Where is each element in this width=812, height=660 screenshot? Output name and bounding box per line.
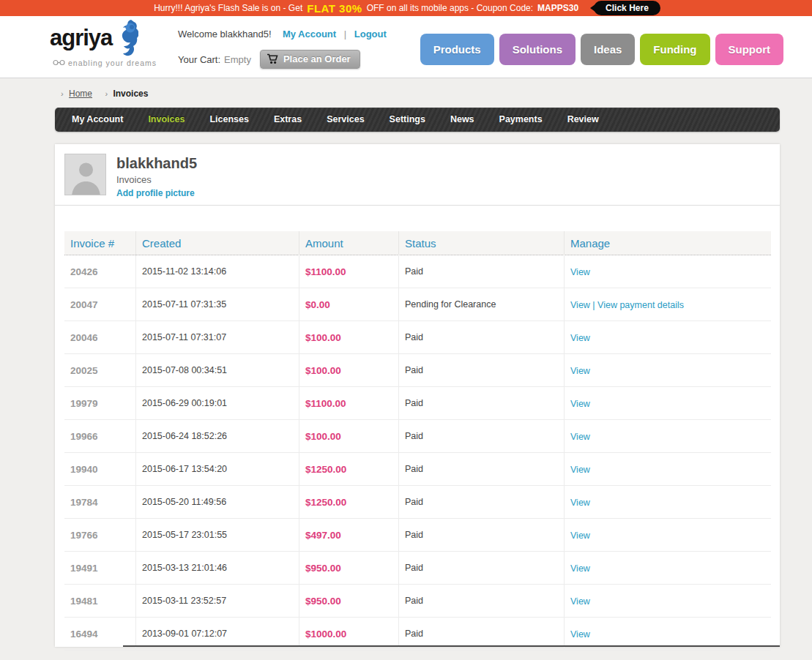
banner-coupon-code: MAPPS30: [537, 3, 578, 13]
view-link[interactable]: View: [570, 563, 590, 574]
created-date: 2015-06-29 00:19:01: [136, 387, 299, 420]
amount: $950.00: [299, 552, 399, 585]
nav-button-solutions[interactable]: Solutions: [499, 34, 576, 65]
invoice-number: 19491: [64, 552, 136, 585]
created-date: 2015-06-24 18:52:26: [136, 420, 299, 453]
nav-button-support[interactable]: Support: [715, 34, 784, 65]
amount: $497.00: [299, 519, 399, 552]
table-row: 197662015-05-17 23:01:55$497.00PaidView: [64, 519, 771, 552]
banner-highlight: FLAT 30%: [307, 2, 362, 15]
status: Paid: [399, 354, 565, 387]
status: Paid: [399, 321, 565, 354]
content-card: blakkhand5 Invoices Add profile picture …: [55, 144, 780, 647]
header-nav-buttons: ProductsSolutionsIdeasFundingSupport: [420, 34, 783, 65]
view-link[interactable]: View: [570, 629, 590, 640]
view-link[interactable]: View: [570, 498, 590, 508]
view-link[interactable]: View: [570, 596, 590, 607]
manage-cell: View: [565, 430, 771, 443]
nav-button-funding[interactable]: Funding: [640, 34, 709, 65]
created-date: 2015-07-11 07:31:35: [136, 288, 299, 321]
manage-cell: View: [565, 331, 771, 344]
invoice-number: 20025: [64, 354, 136, 387]
manage-cell: View: [565, 528, 771, 541]
status: Paid: [399, 486, 565, 519]
breadcrumb-home-link[interactable]: Home: [69, 89, 92, 99]
tab-review[interactable]: Review: [555, 108, 611, 132]
genie-icon: [113, 19, 138, 60]
breadcrumb: › Home › Invoices: [0, 78, 812, 108]
table-row: 199792015-06-29 00:19:01$1100.00PaidView: [64, 387, 771, 420]
tab-licenses[interactable]: Licenses: [197, 108, 261, 132]
manage-cell: View: [565, 265, 771, 278]
tab-news[interactable]: News: [438, 108, 487, 132]
my-account-link[interactable]: My Account: [283, 29, 336, 40]
invoice-number: 19766: [64, 519, 136, 552]
tab-payments[interactable]: Payments: [487, 108, 555, 132]
place-order-label: Place an Order: [283, 53, 351, 64]
invoice-number: 20426: [64, 255, 136, 288]
agriya-logo[interactable]: agriya enabling your dreams: [50, 22, 157, 67]
status: Paid: [399, 387, 565, 420]
manage-cell: View: [565, 594, 771, 607]
banner-text-prefix: Hurry!!! Agriya's Flash Sale is on - Get: [154, 3, 302, 13]
column-header-created: Created: [136, 231, 299, 255]
logo-tagline: enabling your dreams: [68, 59, 157, 67]
status: Paid: [399, 519, 565, 552]
table-row: 200462015-07-11 07:31:07$100.00PaidView: [64, 321, 771, 354]
amount: $100.00: [299, 321, 399, 354]
manage-cell: View: [565, 364, 771, 377]
table-row: 200252015-07-08 00:34:51$100.00PaidView: [64, 354, 771, 387]
tab-services[interactable]: Services: [314, 108, 376, 132]
view-link[interactable]: View: [570, 399, 590, 409]
invoice-number: 19979: [64, 387, 136, 420]
view-link[interactable]: View: [570, 300, 590, 310]
view-link[interactable]: View: [570, 333, 590, 343]
profile-section: blakkhand5 Invoices Add profile picture: [55, 144, 780, 206]
profile-username: blakkhand5: [116, 154, 197, 172]
status: Pending for Clearance: [399, 288, 565, 321]
view-payment-details-link[interactable]: View payment details: [597, 300, 684, 310]
welcome-text: Welcome blakkhand5!: [178, 29, 272, 40]
amount: $1100.00: [299, 255, 399, 288]
cart-status: Empty: [224, 54, 251, 65]
table-row: 199662015-06-24 18:52:26$100.00PaidView: [64, 420, 771, 453]
nav-button-products[interactable]: Products: [420, 34, 494, 65]
glasses-icon: [53, 59, 65, 67]
site-header: agriya enabling your dreams Welcome bl: [0, 16, 812, 78]
table-body: 204262015-11-02 13:14:06$1100.00PaidView…: [64, 255, 771, 650]
tab-invoices[interactable]: Invoices: [135, 108, 197, 132]
table-row: 204262015-11-02 13:14:06$1100.00PaidView: [64, 255, 771, 288]
tab-my-account[interactable]: My Account: [55, 108, 135, 132]
amount: $950.00: [299, 585, 399, 618]
account-tab-bar: My AccountInvoicesLicensesExtrasServices…: [55, 108, 780, 132]
click-here-button[interactable]: Click Here: [594, 1, 660, 15]
manage-cell: View: [565, 397, 771, 410]
invoice-number: 19481: [64, 585, 136, 618]
view-link[interactable]: View: [570, 530, 590, 541]
invoice-number: 19966: [64, 420, 136, 453]
view-link[interactable]: View: [570, 366, 590, 376]
place-order-button[interactable]: Place an Order: [260, 50, 360, 69]
breadcrumb-current: Invoices: [113, 89, 148, 99]
tab-extras[interactable]: Extras: [261, 108, 314, 132]
view-link[interactable]: View: [570, 465, 590, 475]
manage-cell: View: [565, 561, 771, 574]
nav-button-ideas[interactable]: Ideas: [581, 34, 635, 65]
created-date: 2015-03-11 23:52:57: [136, 585, 299, 618]
avatar: [64, 154, 106, 195]
tab-settings[interactable]: Settings: [377, 108, 438, 132]
manage-cell: View: [565, 627, 771, 640]
status: Paid: [399, 453, 565, 486]
manage-cell: View: [565, 462, 771, 476]
invoice-number: 20047: [64, 288, 136, 321]
view-link[interactable]: View: [570, 432, 590, 442]
link-separator: |: [344, 29, 346, 40]
created-date: 2015-07-11 07:31:07: [136, 321, 299, 354]
table-row: 194812015-03-11 23:52:57$950.00PaidView: [64, 585, 771, 618]
logout-link[interactable]: Logout: [354, 29, 387, 40]
invoices-table: Invoice #CreatedAmountStatusManage 20426…: [64, 231, 771, 650]
created-date: 2015-07-08 00:34:51: [136, 354, 299, 387]
view-link[interactable]: View: [570, 267, 590, 277]
add-profile-picture-link[interactable]: Add profile picture: [116, 188, 197, 198]
promo-banner: Hurry!!! Agriya's Flash Sale is on - Get…: [0, 0, 812, 16]
